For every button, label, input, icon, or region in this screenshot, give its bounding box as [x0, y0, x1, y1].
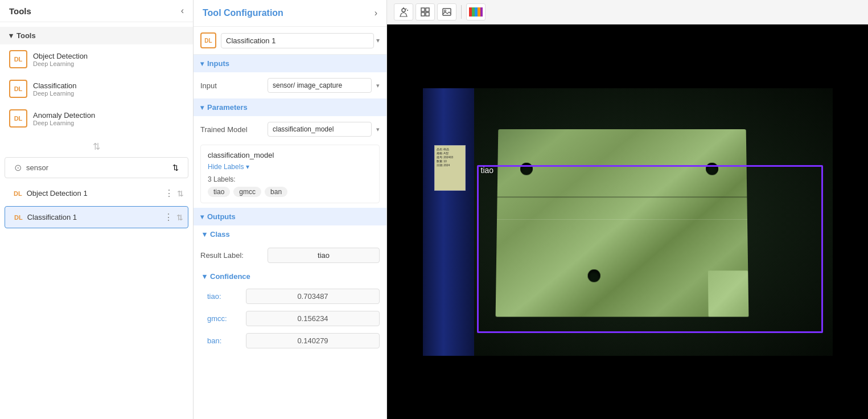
tools-panel-collapse[interactable]: ‹ [181, 6, 184, 16]
confidence-label-gmcc: gmcc: [207, 314, 241, 323]
tool-config-title: Tool Configuration [203, 8, 283, 18]
input-config-row: Input sensor/ image_capture ▾ [194, 72, 386, 98]
tool-type-anomaly: Deep Learning [33, 120, 95, 126]
color-tool-btn[interactable] [466, 3, 486, 20]
classification-select[interactable]: Classification 1 [221, 33, 374, 48]
confidence-value-ban: 0.140279 [246, 333, 380, 348]
tool-name-anomaly: Anomaly Detection [33, 111, 95, 120]
dl-badge-classif: DL [9, 80, 27, 98]
toolbar-divider [461, 5, 462, 19]
model-name: classification_model [208, 151, 372, 159]
svg-rect-7 [426, 13, 429, 16]
dl-badge-obj-det: DL [9, 50, 27, 68]
grid-icon [420, 7, 430, 17]
tool-name-classif: Classification [33, 81, 77, 90]
outputs-label: Outputs [207, 212, 236, 221]
confidence-row-ban: ban: 0.140279 [194, 330, 386, 352]
svg-rect-8 [443, 9, 451, 15]
trained-model-label: Trained Model [200, 125, 263, 134]
tool-info-obj-det: Object Detection Deep Learning [33, 52, 88, 67]
inputs-arrow-icon: ▾ [200, 60, 204, 68]
label-chip-tiao: tiao [208, 187, 230, 197]
parameters-section-header[interactable]: ▾ Parameters [194, 98, 386, 116]
confidence-label: Confidence [210, 272, 250, 281]
parameters-label: Parameters [207, 103, 248, 112]
grid-tool-btn[interactable] [416, 3, 435, 20]
hide-labels-chevron: ▾ [246, 163, 249, 171]
label-chip-ban: ban [265, 187, 287, 197]
tool-name-obj-det: Object Detection [33, 52, 88, 60]
result-label-value: tiao [268, 248, 380, 263]
tools-panel-header: Tools ‹ [0, 0, 193, 22]
inputs-label: Inputs [207, 59, 229, 68]
pipeline-item-actions-classif: ⋮ ⇅ [164, 212, 183, 223]
pipeline-arrow-classif[interactable]: ⇅ [176, 213, 183, 222]
labels-count: 3 Labels: [208, 175, 372, 183]
pipeline-dots-obj-det[interactable]: ⋮ [164, 188, 174, 199]
tool-type-classif: Deep Learning [33, 90, 77, 97]
label-paper: 品名: 样品规格: A型批号: 202403数量: 10日期: 2024 [434, 145, 466, 191]
class-subsection-header[interactable]: ▾ Class [194, 225, 386, 243]
tool-object-detection[interactable]: DL Object Detection Deep Learning [0, 44, 193, 74]
hide-labels-text: Hide Labels [208, 163, 244, 171]
confidence-label-ban: ban: [207, 336, 241, 345]
tools-list-section: ▾ Tools DL Object Detection Deep Learnin… [0, 22, 193, 138]
blue-stripe [423, 88, 474, 356]
tool-config-collapse[interactable]: › [375, 8, 377, 18]
confidence-value-tiao: 0.703487 [246, 289, 380, 304]
camera-view: 品名: 样品规格: A型批号: 202403数量: 10日期: 2024 [423, 88, 833, 356]
svg-point-9 [445, 10, 446, 12]
sensor-bar[interactable]: ⊙ sensor ⇅ [5, 157, 188, 178]
tools-panel: Tools ‹ ▾ Tools DL Object Detection Deep… [0, 0, 194, 419]
svg-line-2 [406, 9, 407, 10]
image-toolbar [387, 0, 868, 24]
pipeline-item-classif[interactable]: DL Classification 1 ⋮ ⇅ [5, 206, 188, 228]
model-info-box: classification_model Hide Labels ▾ 3 Lab… [200, 145, 380, 203]
dl-badge-anomaly: DL [9, 109, 27, 128]
class-label: Class [210, 230, 230, 239]
image-panel: 品名: 样品规格: A型批号: 202403数量: 10日期: 2024 [387, 0, 868, 419]
config-dl-badge: DL [200, 32, 216, 48]
pipeline-dots-classif[interactable]: ⋮ [164, 212, 173, 223]
tool-anomaly-detection[interactable]: DL Anomaly Detection Deep Learning [0, 104, 193, 133]
tools-group-arrow: ▾ [9, 31, 13, 40]
pipeline-divider: ⇅ [0, 138, 193, 155]
detection-label: tiao [481, 166, 494, 175]
trained-model-select[interactable]: classification_model [268, 122, 372, 137]
pipeline-item-obj-det[interactable]: DL Object Detection 1 ⋮ ⇅ [5, 183, 188, 204]
outputs-section-header[interactable]: ▾ Outputs [194, 208, 386, 225]
input-label: Input [200, 81, 263, 90]
result-label-text: Result Label: [200, 251, 263, 260]
hide-labels-link[interactable]: Hide Labels ▾ [208, 163, 372, 171]
cursor-tool-btn[interactable] [394, 3, 413, 20]
input-chevron: ▾ [376, 82, 380, 89]
up-down-icon: ⇅ [93, 141, 100, 152]
tool-config-panel: Tool Configuration › DL Classification 1… [194, 0, 387, 419]
tool-classification[interactable]: DL Classification Deep Learning [0, 74, 193, 104]
sensor-arrows: ⇅ [172, 163, 179, 172]
tools-group-header[interactable]: ▾ Tools [0, 27, 193, 44]
inputs-section-header[interactable]: ▾ Inputs [194, 55, 386, 72]
tool-info-classif: Classification Deep Learning [33, 81, 77, 97]
confidence-value-gmcc: 0.156234 [246, 311, 380, 326]
config-dropdown-row: DL Classification 1 ▾ [194, 27, 386, 55]
label-chip-gmcc: gmcc [233, 187, 261, 197]
class-arrow: ▾ [203, 230, 207, 239]
tool-type-obj-det: Deep Learning [33, 60, 88, 67]
sensor-bar-left: ⊙ sensor [14, 162, 48, 173]
tools-panel-title: Tools [9, 6, 31, 16]
color-icon [468, 7, 483, 17]
confidence-subsection-header[interactable]: ▾ Confidence [194, 268, 386, 285]
pipeline-arrow-obj-det[interactable]: ⇅ [177, 189, 184, 198]
image-tool-btn[interactable] [437, 3, 456, 20]
tool-info-anomaly: Anomaly Detection Deep Learning [33, 111, 95, 126]
pipeline-item-left-obj-det: DL Object Detection 1 [14, 189, 88, 198]
confidence-row-gmcc: gmcc: 0.156234 [194, 307, 386, 330]
input-select[interactable]: sensor/ image_capture [268, 78, 372, 93]
pipeline-item-name-obj-det: Object Detection 1 [27, 189, 88, 198]
confidence-arrow: ▾ [203, 272, 207, 281]
pipeline-item-name-classif: Classification 1 [27, 213, 77, 221]
confidence-row-tiao: tiao: 0.703487 [194, 285, 386, 307]
tools-group-label: Tools [17, 31, 36, 40]
pipeline-item-left-classif: DL Classification 1 [14, 213, 77, 221]
